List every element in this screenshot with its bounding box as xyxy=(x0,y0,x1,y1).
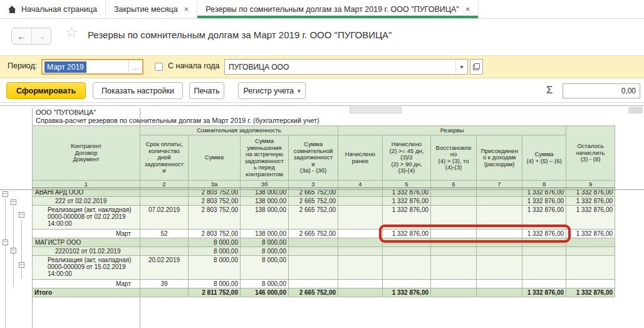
report-cell[interactable]: 2 811 752,00 xyxy=(189,288,241,297)
period-picker-button[interactable]: ... xyxy=(128,60,142,73)
report-cell[interactable]: МАГИСТР ООО xyxy=(33,238,140,247)
report-cell[interactable]: 8 000,00 xyxy=(189,247,241,256)
tab-month-closing[interactable]: Закрытие месяца × xyxy=(106,0,197,18)
report-cell[interactable] xyxy=(383,256,431,280)
report-cell[interactable]: 8 000,00 xyxy=(241,247,289,256)
report-cell[interactable] xyxy=(522,238,566,247)
report-cell[interactable]: 2 665 752,00 xyxy=(289,197,338,206)
tree-collapse-button[interactable]: − xyxy=(11,199,16,205)
report-cell[interactable] xyxy=(477,238,522,247)
report-cell[interactable]: 52 xyxy=(140,230,189,238)
report-cell[interactable]: 2 665 752,00 xyxy=(289,230,338,238)
report-cell[interactable] xyxy=(431,288,477,297)
forward-button[interactable]: → xyxy=(32,28,51,44)
tab-report-reserves[interactable]: Резервы по сомнительным долгам за Март 2… xyxy=(197,0,479,18)
report-cell[interactable]: 2 665 752,00 xyxy=(289,206,338,230)
report-cell[interactable]: 2 803 752,00 xyxy=(189,206,241,230)
tree-collapse-button[interactable]: − xyxy=(19,212,24,218)
tree-collapse-button[interactable]: − xyxy=(3,191,8,197)
report-cell[interactable]: Итого xyxy=(33,288,140,297)
report-cell[interactable]: 1 332 876,00 xyxy=(383,197,431,206)
report-cell[interactable]: 146 000,00 xyxy=(241,288,289,297)
report-cell[interactable] xyxy=(140,288,189,297)
report-cell[interactable] xyxy=(477,230,522,238)
report-cell[interactable] xyxy=(477,206,522,230)
report-cell[interactable] xyxy=(566,247,615,256)
period-input[interactable]: Март 2019 ... xyxy=(41,59,143,75)
report-cell[interactable]: 1 332 876,00 xyxy=(383,288,431,297)
report-cell[interactable]: 222 от 02.02.2019 xyxy=(33,197,140,206)
report-cell[interactable] xyxy=(477,288,522,297)
close-icon[interactable]: × xyxy=(465,5,470,13)
report-cell[interactable]: 8 000,00 xyxy=(189,256,241,280)
report-cell[interactable]: Реализация (акт, накладная) 0000-000009 … xyxy=(33,256,140,280)
report-cell[interactable] xyxy=(431,256,477,280)
report-cell[interactable]: 8 000,00 xyxy=(189,238,241,247)
tree-collapse-button[interactable]: − xyxy=(11,248,16,253)
report-cell[interactable]: 1 332 876,00 xyxy=(566,288,615,297)
report-cell[interactable] xyxy=(289,238,338,247)
report-cell[interactable] xyxy=(383,247,431,256)
report-cell[interactable]: 1 332 876,00 xyxy=(522,197,566,206)
report-cell[interactable] xyxy=(522,280,566,288)
from-year-label[interactable]: С начала года xyxy=(168,61,219,70)
report-cell[interactable]: 2 803 752,00 xyxy=(189,197,241,206)
report-cell[interactable] xyxy=(522,256,566,280)
report-cell[interactable]: 2 803 752,00 xyxy=(189,230,241,238)
report-cell[interactable]: 8 000,00 xyxy=(241,256,289,280)
report-cell[interactable] xyxy=(338,197,383,206)
report-cell[interactable] xyxy=(338,230,383,238)
report-cell[interactable] xyxy=(431,206,477,230)
report-cell[interactable]: 1 332 876,00 xyxy=(566,230,615,238)
report-cell[interactable] xyxy=(431,280,477,288)
report-cell[interactable] xyxy=(289,247,338,256)
report-cell[interactable] xyxy=(477,197,522,206)
report-cell[interactable]: Март xyxy=(33,230,140,238)
report-cell[interactable]: 8 000,00 xyxy=(189,280,241,288)
report-cell[interactable] xyxy=(477,280,522,288)
report-cell[interactable] xyxy=(140,238,189,247)
report-cell[interactable]: 20.02.2019 xyxy=(140,256,189,280)
report-cell[interactable] xyxy=(431,238,477,247)
report-cell[interactable] xyxy=(383,280,431,288)
report-cell[interactable]: 2 665 752,00 xyxy=(289,288,338,297)
report-cell[interactable]: 1 332 876,00 xyxy=(522,230,566,238)
report-cell[interactable] xyxy=(431,197,477,206)
report-cell[interactable] xyxy=(383,238,431,247)
report-cell[interactable] xyxy=(338,206,383,230)
report-cell[interactable] xyxy=(338,238,383,247)
report-cell[interactable]: 39 xyxy=(140,280,189,288)
autosum-field[interactable]: 0,00 xyxy=(563,83,640,98)
report-cell[interactable] xyxy=(566,238,615,247)
report-cell[interactable]: 1 332 876,00 xyxy=(566,206,615,230)
tree-collapse-button[interactable]: − xyxy=(3,240,8,245)
report-cell[interactable] xyxy=(338,280,383,288)
generate-button[interactable]: Сформировать xyxy=(6,82,86,99)
report-cell[interactable] xyxy=(140,247,189,256)
report-cell[interactable] xyxy=(431,230,477,238)
tab-home[interactable]: Начальная страница xyxy=(0,0,106,18)
report-cell[interactable]: 138 000,00 xyxy=(241,230,289,238)
report-cell[interactable]: 8 000,00 xyxy=(241,280,289,288)
report-cell[interactable] xyxy=(140,197,189,206)
report-cell[interactable] xyxy=(566,280,615,288)
organization-combo[interactable]: ПУГОВИЦА ООО ▾ xyxy=(224,59,468,75)
close-icon[interactable]: × xyxy=(184,5,189,13)
back-button[interactable]: ← xyxy=(12,28,32,44)
report-cell[interactable] xyxy=(338,288,383,297)
report-cell[interactable]: 1 332 876,00 xyxy=(522,288,566,297)
report-cell[interactable]: 138 000,00 xyxy=(241,197,289,206)
report-cell[interactable] xyxy=(338,256,383,280)
report-cell[interactable] xyxy=(431,247,477,256)
report-cell[interactable]: 2220102 от 01.02.2019 xyxy=(33,247,140,256)
tree-collapse-button[interactable]: − xyxy=(19,262,24,268)
report-cell[interactable]: Март xyxy=(33,280,140,288)
report-cell[interactable]: 1 332 876,00 xyxy=(383,206,431,230)
report-cell[interactable] xyxy=(566,256,615,280)
report-cell[interactable] xyxy=(338,247,383,256)
favorite-star-icon[interactable]: ☆ xyxy=(65,24,78,41)
chevron-down-icon[interactable]: ▾ xyxy=(455,60,467,74)
report-cell[interactable]: 1 332 876,00 xyxy=(522,206,566,230)
organization-open-button[interactable] xyxy=(470,59,483,75)
report-cell[interactable]: 138 000,00 xyxy=(241,206,289,230)
